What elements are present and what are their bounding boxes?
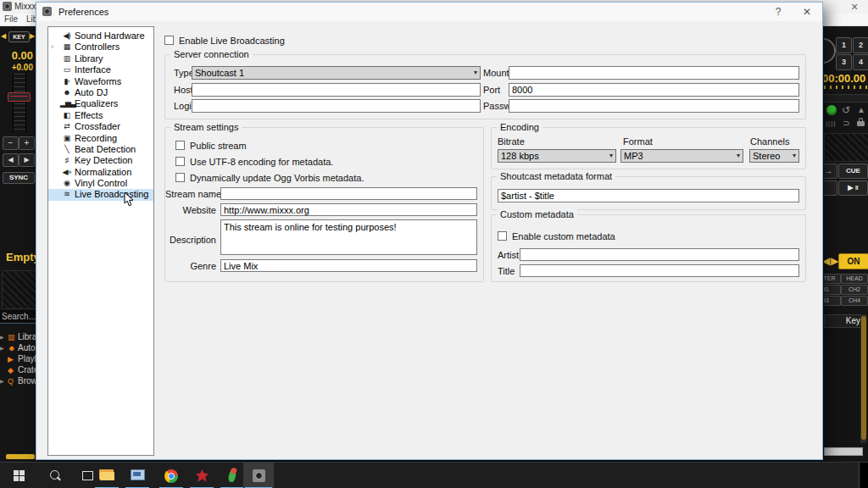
dialog-close-button[interactable]: ✕ (796, 3, 818, 21)
key-left-arrow-icon[interactable]: ◀ (1, 32, 6, 40)
ogg-update-checkbox[interactable] (175, 173, 185, 182)
show-desktop-button[interactable] (859, 463, 868, 488)
hotcue-3-button[interactable]: 3 (836, 54, 852, 70)
sidebar-item-sound-hardware[interactable]: ◀)Sound Hardware (48, 30, 153, 42)
partial-button[interactable] (824, 180, 837, 196)
library-search-input[interactable]: Search... (0, 310, 36, 324)
nudge-left-button[interactable]: ◀ (3, 153, 19, 167)
port-input[interactable]: 8000 (509, 83, 799, 97)
expander-icon[interactable]: ▶ (0, 376, 8, 386)
pitch-slider[interactable] (13, 74, 26, 133)
fx-left-arrow-icon[interactable]: ◀ (824, 255, 830, 267)
tree-item-playlists[interactable]: ▶Playlists (0, 353, 36, 364)
library-vertical-scrollbar[interactable] (860, 314, 866, 443)
public-stream-checkbox[interactable] (175, 141, 185, 150)
metadata-format-input[interactable]: $artist - $title (498, 189, 799, 202)
format-combobox[interactable]: MP3▾ (620, 149, 743, 163)
expander-icon[interactable]: › (51, 42, 58, 53)
play-pause-button[interactable]: ▶ ‖ (838, 180, 868, 196)
tree-item-autodj[interactable]: ▶☻Auto DJ (0, 342, 36, 353)
pitch-plus-button[interactable]: + (19, 136, 35, 150)
controllers-icon: ▦ (60, 42, 73, 53)
sidebar-item-equalizers[interactable]: ▂▅▃Equalizers (48, 98, 153, 109)
fx-right-arrow-icon[interactable]: ▶ (831, 255, 838, 267)
fx-on-button[interactable]: ON (838, 253, 868, 269)
cue-button[interactable]: CUE (838, 164, 868, 179)
website-input[interactable]: http://www.mixxx.org (220, 203, 477, 216)
sidebar-item-key-detection[interactable]: ♯Key Detection (48, 155, 153, 166)
menu-file[interactable]: File (4, 14, 18, 24)
hotcue-1-button[interactable]: 1 (836, 37, 852, 53)
assign-ch1-button[interactable]: CH1 (824, 285, 841, 295)
sidebar-item-vinyl-control[interactable]: ◉Vinyl Control (48, 178, 153, 189)
sync-button[interactable]: SYNC (3, 172, 35, 184)
expander-icon[interactable]: ▶ (0, 332, 8, 342)
dialog-help-button[interactable]: ? (767, 3, 789, 21)
assign-ch2-button[interactable]: CH2 (841, 285, 868, 295)
crossfader-handle[interactable] (6, 454, 35, 459)
hotcue-2-button[interactable]: 2 (853, 37, 868, 53)
channels-combobox[interactable]: Stereo▾ (749, 149, 799, 163)
tree-item-browse[interactable]: ▶QBrowse (0, 375, 36, 386)
computer-app-button[interactable] (122, 463, 153, 488)
gain-knob[interactable] (824, 38, 836, 64)
genre-input[interactable]: Live Mix (220, 259, 477, 272)
sidebar-item-controllers[interactable]: ›▦Controllers (48, 42, 153, 53)
mixxx-close-icon[interactable]: ✕ (849, 1, 860, 13)
login-input[interactable] (192, 99, 481, 113)
enable-live-broadcasting-checkbox[interactable] (164, 36, 174, 45)
sidebar-item-effects[interactable]: ◧Effects (48, 110, 153, 121)
repeat-icon[interactable]: ↺ (842, 106, 850, 114)
file-explorer-button[interactable] (92, 463, 122, 488)
nudge-right-button[interactable]: ▶ (19, 153, 35, 167)
key-right-arrow-icon[interactable]: ▶ (30, 32, 35, 40)
utf8-checkbox[interactable] (175, 157, 185, 166)
mount-input[interactable] (509, 66, 799, 80)
seek-button[interactable]: → (824, 164, 837, 179)
chrome-button[interactable] (156, 463, 186, 488)
dialog-titlebar[interactable]: Preferences ? ✕ (36, 3, 822, 21)
bitrate-combobox[interactable]: 128 kbps▾ (498, 149, 616, 163)
expander-icon[interactable]: ▶ (0, 343, 8, 353)
group-title: Server connection (170, 49, 253, 59)
pitch-slider-handle[interactable] (8, 92, 31, 102)
title-input[interactable] (520, 264, 799, 277)
type-combobox[interactable]: Shoutcast 1▾ (192, 66, 481, 80)
assign-head-button[interactable]: HEAD (841, 274, 868, 284)
sidebar-item-beat-detection[interactable]: ╲Beat Detection (48, 144, 153, 155)
assign-master-button[interactable]: MASTER (824, 274, 841, 284)
hotcue-4-button[interactable]: 4 (853, 54, 868, 70)
sidebar-item-waveforms[interactable]: ▮▫Waveforms (48, 76, 153, 87)
description-input[interactable]: This stream is online for testing purpos… (220, 219, 477, 255)
beatgrid-icon[interactable]: |||| (826, 119, 836, 128)
library-horizontal-scrollbar[interactable] (824, 447, 863, 456)
sidebar-item-recording[interactable]: ▣Recording (48, 133, 153, 144)
assign-ch4-button[interactable]: CH4 (841, 296, 868, 306)
sidebar-item-library[interactable]: ▥Library (48, 53, 153, 64)
assign-ch3-button[interactable]: CH3 (824, 296, 841, 306)
sidebar-item-crossfader[interactable]: ⇄Crossfader (48, 121, 153, 132)
scrollbar-thumb[interactable] (861, 316, 866, 440)
sidebar-item-auto-dj[interactable]: ☻Auto DJ (48, 87, 153, 98)
key-button[interactable]: KEY (8, 31, 30, 42)
start-button[interactable] (0, 463, 39, 488)
tree-item-crates[interactable]: ◆Crates (0, 364, 36, 375)
sidebar-item-interface[interactable]: ▭Interface (48, 64, 153, 75)
slip-icon[interactable]: ⊃ (843, 119, 849, 128)
red-app-button[interactable] (186, 463, 217, 488)
keylock-icon[interactable] (857, 121, 865, 126)
enable-custom-metadata-checkbox[interactable] (498, 231, 507, 241)
eject-icon[interactable]: ▲ (857, 106, 865, 114)
stream-name-input[interactable] (220, 187, 477, 200)
search-button[interactable] (39, 463, 71, 488)
password-input[interactable] (509, 99, 799, 113)
host-input[interactable] (192, 83, 481, 97)
artist-input[interactable] (520, 248, 799, 261)
mixxx-taskbar-button[interactable] (243, 463, 274, 488)
key-column-header[interactable]: Key (824, 314, 863, 328)
waveform-overview[interactable] (2, 270, 36, 309)
pitch-minus-button[interactable]: − (3, 136, 19, 150)
sidebar-item-live-broadcasting[interactable]: ≋Live Broadcasting (48, 189, 153, 200)
sidebar-item-normalization[interactable]: ◀»Normalization (48, 167, 153, 178)
tree-item-library[interactable]: ▶▥Library (0, 331, 36, 342)
